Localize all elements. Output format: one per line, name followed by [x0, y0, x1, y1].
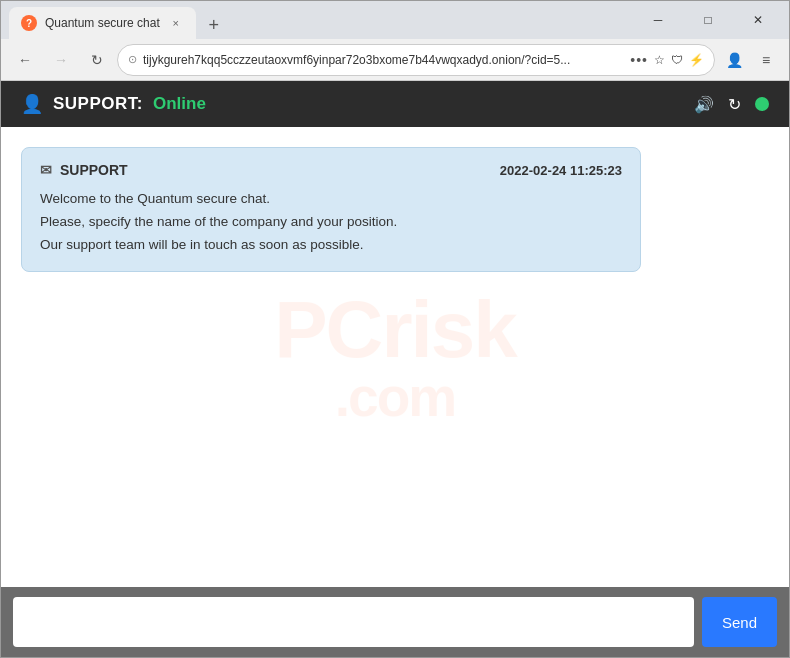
- chat-refresh-icon[interactable]: ↻: [728, 95, 741, 114]
- online-status-dot: [755, 97, 769, 111]
- nav-right-icons: 👤 ≡: [719, 45, 781, 75]
- chat-header: 👤 SUPPORT: Online 🔊 ↻: [1, 81, 789, 127]
- sound-icon[interactable]: 🔊: [694, 95, 714, 114]
- forward-button[interactable]: →: [45, 44, 77, 76]
- chat-footer: Send: [1, 587, 789, 657]
- sender-icon: ✉: [40, 162, 52, 178]
- send-button[interactable]: Send: [702, 597, 777, 647]
- active-tab[interactable]: ? Quantum secure chat ×: [9, 7, 196, 39]
- new-tab-button[interactable]: +: [200, 11, 228, 39]
- message-line-1: Welcome to the Quantum secure chat.: [40, 188, 622, 211]
- message-input[interactable]: [13, 597, 694, 647]
- bookmark-icon[interactable]: ☆: [654, 53, 665, 67]
- shield-icon: 🛡: [671, 53, 683, 67]
- profile-button[interactable]: 👤: [719, 45, 749, 75]
- tab-favicon: ?: [21, 15, 37, 31]
- close-button[interactable]: ✕: [735, 4, 781, 36]
- chat-header-right: 🔊 ↻: [694, 95, 769, 114]
- watermark-line1: PCrisk: [274, 290, 515, 370]
- back-button[interactable]: ←: [9, 44, 41, 76]
- chat-header-icon: 👤: [21, 93, 43, 115]
- watermark-line2: .com: [274, 370, 515, 425]
- message-timestamp: 2022-02-24 11:25:23: [500, 163, 622, 178]
- refresh-button[interactable]: ↻: [81, 44, 113, 76]
- chat-header-left: 👤 SUPPORT: Online: [21, 93, 206, 115]
- address-bar[interactable]: ⊙ tijykgureh7kqq5cczzeutaoxvmf6yinpar72o…: [117, 44, 715, 76]
- message-sender: ✉ SUPPORT: [40, 162, 128, 178]
- browser-window: ? Quantum secure chat × + ─ □ ✕ ← → ↻ ⊙ …: [0, 0, 790, 658]
- message-line-3: Our support team will be in touch as soo…: [40, 234, 622, 257]
- sender-name: SUPPORT: [60, 162, 128, 178]
- page-content: 👤 SUPPORT: Online 🔊 ↻ PCrisk .com: [1, 81, 789, 657]
- chat-body: PCrisk .com ✉ SUPPORT 2022-02-24 11:25:2…: [1, 127, 789, 587]
- tab-area: ? Quantum secure chat × +: [9, 1, 627, 39]
- tab-close-button[interactable]: ×: [168, 15, 184, 31]
- lock-icon: ⊙: [128, 53, 137, 66]
- message-bubble: ✉ SUPPORT 2022-02-24 11:25:23 Welcome to…: [21, 147, 641, 272]
- maximize-button[interactable]: □: [685, 4, 731, 36]
- watermark: PCrisk .com: [274, 290, 515, 425]
- extension-icon[interactable]: ⚡: [689, 53, 704, 67]
- menu-button[interactable]: ≡: [751, 45, 781, 75]
- chat-status-label: Online: [153, 94, 206, 114]
- nav-bar: ← → ↻ ⊙ tijykgureh7kqq5cczzeutaoxvmf6yin…: [1, 39, 789, 81]
- message-header: ✉ SUPPORT 2022-02-24 11:25:23: [40, 162, 622, 178]
- chat-support-label: SUPPORT:: [53, 94, 143, 114]
- url-text: tijykgureh7kqq5cczzeutaoxvmf6yinpar72o3b…: [143, 53, 624, 67]
- message-line-2: Please, specify the name of the company …: [40, 211, 622, 234]
- title-bar: ? Quantum secure chat × + ─ □ ✕: [1, 1, 789, 39]
- tab-title: Quantum secure chat: [45, 16, 160, 30]
- message-text: Welcome to the Quantum secure chat. Plea…: [40, 188, 622, 257]
- minimize-button[interactable]: ─: [635, 4, 681, 36]
- address-options-button[interactable]: •••: [630, 52, 648, 68]
- window-controls: ─ □ ✕: [635, 4, 781, 36]
- messages-area: ✉ SUPPORT 2022-02-24 11:25:23 Welcome to…: [1, 127, 789, 292]
